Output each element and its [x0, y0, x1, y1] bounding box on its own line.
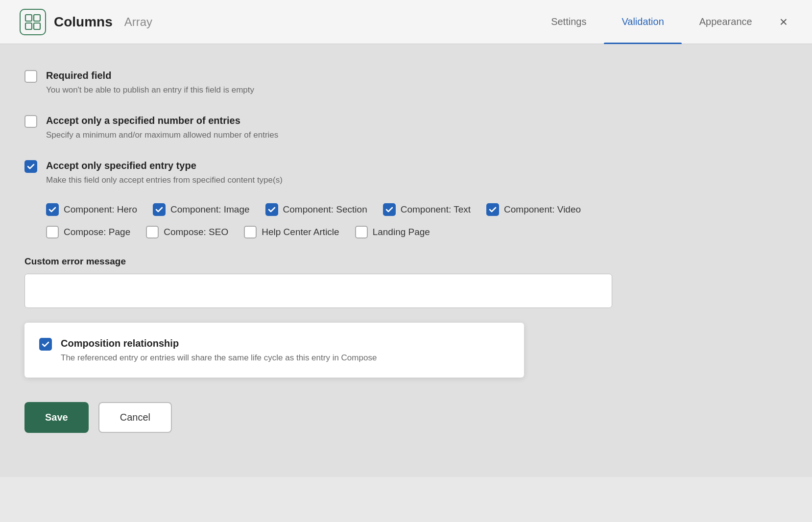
entry-type-landing-page-label: Landing Page	[373, 227, 430, 237]
entry-type-hero-checkbox[interactable]	[46, 203, 59, 216]
save-button[interactable]: Save	[24, 402, 89, 433]
entry-type-compose-seo-checkbox[interactable]	[146, 226, 159, 238]
accept-entry-type-content: Accept only specified entry type Make th…	[46, 159, 283, 186]
header-subtitle: Array	[124, 15, 152, 29]
svg-rect-2	[25, 23, 32, 29]
accept-number-desc: Specify a minimum and/or maximum allowed…	[46, 129, 278, 141]
entry-types-section: Component: Hero Component: Image Compone…	[46, 203, 788, 238]
accept-entry-type-desc: Make this field only accept entries from…	[46, 174, 283, 186]
accept-number-label: Accept only a specified number of entrie…	[46, 114, 278, 127]
required-field-label: Required field	[46, 69, 254, 82]
svg-rect-1	[34, 15, 40, 21]
entry-type-hero[interactable]: Component: Hero	[46, 203, 137, 216]
required-field-content: Required field You won't be able to publ…	[46, 69, 254, 96]
header-left: Columns Array	[20, 9, 533, 35]
entry-type-image-label: Component: Image	[170, 204, 250, 215]
entry-type-text[interactable]: Component: Text	[383, 203, 471, 216]
entry-type-compose-page-checkbox[interactable]	[46, 226, 59, 238]
footer-buttons: Save Cancel	[24, 402, 788, 452]
entry-type-video[interactable]: Component: Video	[486, 203, 581, 216]
entry-type-help-center-label: Help Center Article	[262, 227, 339, 237]
entry-types-row-1: Component: Hero Component: Image Compone…	[46, 203, 788, 216]
header-nav: Settings Validation Appearance ×	[533, 0, 792, 44]
custom-error-section: Custom error message	[24, 256, 788, 323]
entry-type-text-label: Component: Text	[401, 204, 471, 215]
entry-types-row-2: Compose: Page Compose: SEO Help Center A…	[46, 226, 788, 238]
entry-type-compose-page[interactable]: Compose: Page	[46, 226, 130, 238]
validation-content: Required field You won't be able to publ…	[0, 44, 812, 477]
composition-desc: The referenced entry or entries will sha…	[61, 352, 377, 364]
required-field-row: Required field You won't be able to publ…	[24, 69, 788, 96]
custom-error-input[interactable]	[24, 274, 612, 308]
composition-relationship-row: Composition relationship The referenced …	[39, 336, 509, 364]
accept-number-row: Accept only a specified number of entrie…	[24, 114, 788, 141]
close-button[interactable]: ×	[770, 10, 792, 34]
accept-entry-type-checkbox[interactable]	[24, 160, 37, 173]
accept-entry-type-label: Accept only specified entry type	[46, 159, 283, 172]
entry-type-hero-label: Component: Hero	[64, 204, 137, 215]
composition-content: Composition relationship The referenced …	[61, 336, 377, 364]
composition-checkbox-wrap	[39, 338, 52, 351]
entry-type-section-checkbox[interactable]	[265, 203, 278, 216]
entry-type-compose-seo-label: Compose: SEO	[164, 227, 228, 237]
custom-error-label: Custom error message	[24, 256, 788, 267]
entry-type-compose-seo[interactable]: Compose: SEO	[146, 226, 228, 238]
cancel-button[interactable]: Cancel	[98, 402, 172, 433]
composition-label: Composition relationship	[61, 336, 377, 350]
accept-number-checkbox[interactable]	[24, 115, 37, 128]
entry-type-compose-page-label: Compose: Page	[64, 227, 130, 237]
tab-validation[interactable]: Validation	[604, 0, 681, 44]
svg-rect-3	[34, 23, 40, 29]
entry-type-help-center-checkbox[interactable]	[244, 226, 257, 238]
accept-number-checkbox-wrap	[24, 115, 37, 128]
entry-type-video-label: Component: Video	[504, 204, 581, 215]
columns-icon	[20, 9, 46, 35]
entry-type-video-checkbox[interactable]	[486, 203, 499, 216]
required-field-desc: You won't be able to publish an entry if…	[46, 84, 254, 96]
modal-header: Columns Array Settings Validation Appear…	[0, 0, 812, 44]
entry-type-landing-page[interactable]: Landing Page	[355, 226, 430, 238]
required-field-checkbox-wrap	[24, 70, 37, 83]
tab-appearance[interactable]: Appearance	[682, 0, 770, 44]
entry-type-landing-page-checkbox[interactable]	[355, 226, 368, 238]
entry-type-image[interactable]: Component: Image	[153, 203, 250, 216]
composition-card: Composition relationship The referenced …	[24, 323, 524, 378]
modal-container: Columns Array Settings Validation Appear…	[0, 0, 812, 522]
svg-rect-0	[25, 15, 32, 21]
accept-entry-type-row: Accept only specified entry type Make th…	[24, 159, 788, 186]
entry-type-text-checkbox[interactable]	[383, 203, 396, 216]
header-title: Columns	[54, 14, 113, 30]
tab-settings[interactable]: Settings	[533, 0, 604, 44]
accept-entry-type-checkbox-wrap	[24, 160, 37, 173]
composition-checkbox[interactable]	[39, 338, 52, 351]
entry-type-section-label: Component: Section	[283, 204, 367, 215]
required-field-checkbox[interactable]	[24, 70, 37, 83]
entry-type-section[interactable]: Component: Section	[265, 203, 367, 216]
accept-number-content: Accept only a specified number of entrie…	[46, 114, 278, 141]
entry-type-image-checkbox[interactable]	[153, 203, 166, 216]
entry-type-help-center[interactable]: Help Center Article	[244, 226, 339, 238]
